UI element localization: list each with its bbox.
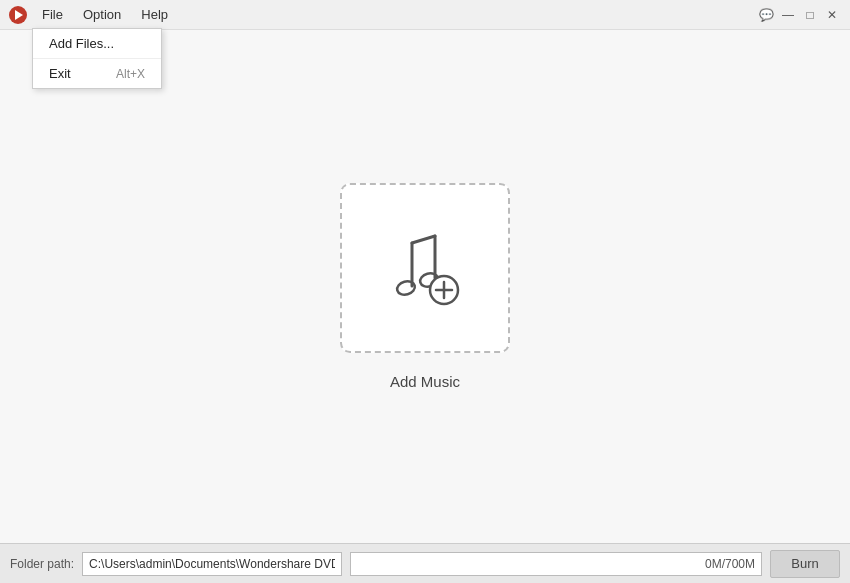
- maximize-button[interactable]: □: [800, 5, 820, 25]
- exit-shortcut: Alt+X: [116, 67, 145, 81]
- chat-icon[interactable]: 💬: [756, 5, 776, 25]
- folder-path-input[interactable]: [82, 552, 342, 576]
- folder-path-label: Folder path:: [10, 557, 74, 571]
- add-music-button[interactable]: [340, 183, 510, 353]
- svg-point-5: [396, 279, 417, 296]
- menu-help[interactable]: Help: [133, 5, 176, 24]
- menu-file[interactable]: File: [34, 5, 71, 24]
- burn-button[interactable]: Burn: [770, 550, 840, 578]
- bottom-bar: Folder path: 0M/700M Burn: [0, 543, 850, 583]
- app-logo: [8, 5, 28, 25]
- file-dropdown-menu: Add Files... Exit Alt+X: [32, 28, 162, 89]
- title-bar: File Option Help 💬 — □ ✕ Add Files... Ex…: [0, 0, 850, 30]
- main-content: Add Music: [0, 30, 850, 543]
- menu-item-exit[interactable]: Exit Alt+X: [33, 61, 161, 86]
- menu-bar: File Option Help: [34, 5, 756, 24]
- minimize-button[interactable]: —: [778, 5, 798, 25]
- close-button[interactable]: ✕: [822, 5, 842, 25]
- menu-separator: [33, 58, 161, 59]
- menu-option[interactable]: Option: [75, 5, 129, 24]
- svg-line-4: [412, 236, 435, 243]
- menu-item-add-files[interactable]: Add Files...: [33, 31, 161, 56]
- window-controls: 💬 — □ ✕: [756, 5, 842, 25]
- size-display: 0M/700M: [350, 552, 762, 576]
- add-music-label: Add Music: [390, 373, 460, 390]
